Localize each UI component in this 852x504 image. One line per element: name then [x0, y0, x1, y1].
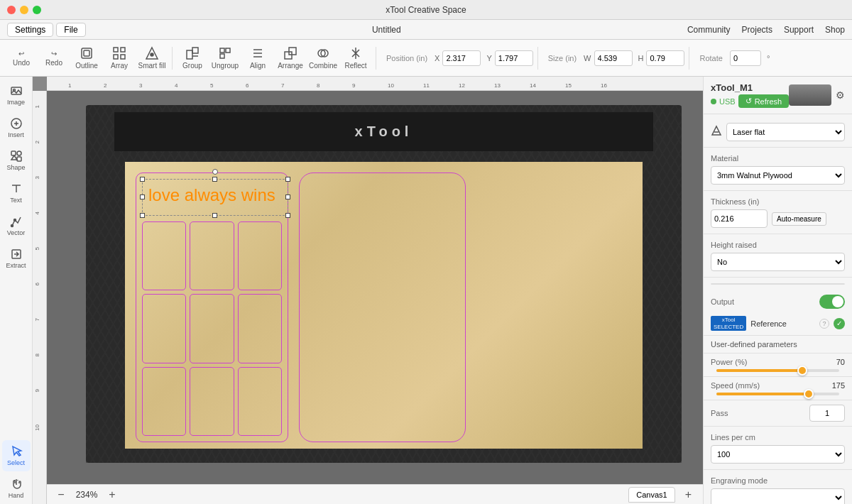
svg-rect-5 [121, 55, 125, 59]
image-tool[interactable]: Image [2, 80, 31, 111]
array-tool[interactable]: Array [104, 43, 135, 74]
traffic-light-green[interactable] [33, 6, 41, 14]
group-tool[interactable]: Group [177, 43, 208, 74]
auto-measure-btn[interactable]: Auto-measure [772, 212, 826, 226]
text-tool[interactable]: Text [2, 177, 31, 209]
canvas-content[interactable]: xTool [47, 91, 703, 484]
handle-mr[interactable] [285, 195, 290, 199]
grid-cell-6 [238, 294, 282, 363]
reflect-tool[interactable]: Reflect [340, 43, 371, 74]
settings-menu-btn[interactable]: Settings [7, 23, 53, 37]
combine-tool[interactable]: Combine [307, 43, 339, 74]
w-input[interactable] [594, 50, 633, 66]
ungroup-tool[interactable]: Ungroup [209, 43, 241, 74]
shop-link[interactable]: Shop [825, 25, 845, 35]
x-input[interactable] [442, 50, 481, 66]
left-sidebar: Image Insert Shape Text Vector Extract S… [0, 77, 33, 504]
score-tab[interactable]: Score [711, 284, 755, 285]
material-select[interactable]: 3mm Walnut Plywood [711, 166, 845, 185]
insert-tool[interactable]: Insert [2, 112, 31, 143]
svg-rect-9 [192, 48, 198, 53]
power-track[interactable] [716, 369, 839, 372]
handle-bl[interactable] [140, 213, 145, 218]
laser-type-select[interactable]: Laser flat [726, 123, 845, 141]
ruler-horizontal: 1 2 3 4 5 6 7 8 9 10 11 12 13 14 15 16 [47, 77, 703, 91]
thickness-input[interactable] [711, 209, 768, 228]
shape-label: Shape [6, 164, 25, 171]
separator-2 [376, 47, 376, 70]
traffic-light-red[interactable] [7, 6, 16, 14]
text-icon [10, 182, 23, 195]
sec-tabs: Score Engrave Cut [711, 283, 845, 285]
svg-rect-27 [17, 157, 21, 161]
redo-tool[interactable]: ↪ Redo [38, 43, 70, 74]
w-label: W [584, 54, 591, 62]
handle-tr[interactable] [285, 177, 290, 182]
image-icon [10, 84, 23, 97]
handle-tl[interactable] [140, 177, 145, 182]
align-tool[interactable]: Align [242, 43, 273, 74]
cut-tab[interactable]: Cut [800, 284, 844, 285]
panel-settings-btn[interactable]: ⚙ [836, 89, 845, 101]
bottom-bar: − 234% + Canvas1 + [47, 484, 703, 504]
add-tab-btn[interactable]: + [681, 487, 696, 503]
canvas-tab[interactable]: Canvas1 [628, 487, 674, 503]
toolbar: ↩ Undo ↪ Redo Outline Array Smart fill G… [0, 40, 852, 77]
traffic-light-yellow[interactable] [20, 6, 28, 14]
app-title: xTool Creative Space [386, 5, 466, 15]
reflect-label: Reflect [344, 62, 366, 70]
shape-tool[interactable]: Shape [2, 145, 31, 176]
laser-type-section: Laser flat [704, 114, 852, 148]
handle-ml[interactable] [140, 195, 145, 199]
y-label: Y [486, 54, 491, 62]
svg-rect-10 [220, 48, 224, 53]
handle-tm[interactable] [212, 177, 217, 182]
text-label: Text [10, 197, 22, 204]
zoom-in-btn[interactable]: + [105, 488, 119, 502]
svg-rect-8 [187, 50, 192, 59]
extract-tool[interactable]: Extract [2, 243, 31, 274]
undo-tool[interactable]: ↩ Undo [6, 43, 37, 74]
power-value: 70 [824, 358, 845, 366]
height-raised-select[interactable]: No [711, 253, 845, 271]
lines-per-cm-select[interactable]: 100 [711, 445, 845, 464]
zoom-out-btn[interactable]: − [54, 488, 68, 502]
rotate-unit: ° [767, 54, 770, 62]
laser-icon [711, 125, 722, 136]
refresh-btn[interactable]: ↺ Refresh [738, 94, 790, 108]
text-selection-box[interactable]: love always wins [142, 179, 288, 216]
output-toggle[interactable] [819, 295, 845, 309]
smart-fill-tool[interactable]: Smart fill [136, 43, 168, 74]
speed-thumb[interactable] [804, 389, 814, 399]
projects-link[interactable]: Projects [742, 25, 772, 35]
outline-tool[interactable]: Outline [71, 43, 102, 74]
community-link[interactable]: Community [687, 25, 731, 35]
reference-info[interactable]: ? [819, 319, 829, 329]
vector-icon [10, 215, 23, 228]
file-menu-btn[interactable]: File [56, 23, 85, 37]
handle-bm[interactable] [212, 213, 217, 218]
pass-input[interactable] [809, 405, 845, 422]
engrave-tab[interactable]: Engrave [755, 284, 799, 285]
position-label: Position (in) [386, 54, 427, 62]
extract-label: Extract [6, 262, 26, 269]
rotate-handle[interactable] [212, 169, 218, 175]
y-input[interactable] [495, 50, 533, 66]
rotate-input[interactable] [730, 50, 761, 66]
hand-tool[interactable]: Hand [2, 473, 31, 504]
svg-point-26 [17, 151, 21, 155]
support-link[interactable]: Support [784, 25, 814, 35]
handle-br[interactable] [285, 213, 290, 218]
h-input[interactable] [646, 50, 684, 66]
engraving-mode-select[interactable] [711, 488, 845, 504]
select-tool[interactable]: Select [2, 440, 31, 471]
vector-tool[interactable]: Vector [2, 210, 31, 241]
arrange-tool[interactable]: Arrange [275, 43, 306, 74]
group-label: Group [182, 62, 202, 70]
extract-icon [10, 248, 23, 261]
speed-track[interactable] [716, 393, 839, 395]
svg-rect-1 [84, 50, 89, 56]
canvas-area[interactable]: 1 2 3 4 5 6 7 8 9 10 11 12 13 14 15 16 1… [33, 77, 703, 504]
wood-surface[interactable]: love always wins [125, 162, 643, 449]
power-thumb[interactable] [797, 366, 807, 376]
